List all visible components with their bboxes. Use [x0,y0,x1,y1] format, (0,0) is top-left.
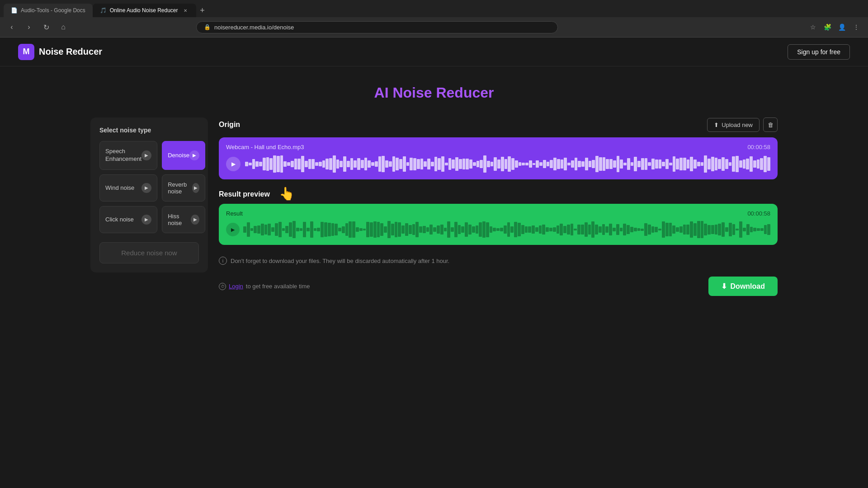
tab-audio-tools[interactable]: 📄 Audio-Tools - Google Docs [4,4,93,17]
lock-icon: 🔒 [204,24,211,30]
bookmark-icon[interactable]: ☆ [807,21,819,33]
tab-title-1: Audio-Tools - Google Docs [21,7,85,14]
audio-filename-row: Webcam - Hall und Echo.mp3 00:00:58 [226,144,770,150]
origin-audio-player: Webcam - Hall und Echo.mp3 00:00:58 ▶ [219,137,778,179]
panel-title: Select noise type [99,127,199,134]
noise-item-speech[interactable]: SpeechEnhancement ▶ [99,141,157,170]
result-section-header: Result preview [219,190,778,198]
login-link[interactable]: Login [229,283,243,290]
origin-section-header: Origin ⬆ Upload new 🗑 [219,117,778,132]
address-bar: ‹ › ↻ ⌂ 🔒 noisereducer.media.io/denoise … [0,17,868,37]
page-content: M Noise Reducer Sign up for free AI Nois… [0,38,868,488]
noise-item-click[interactable]: Click noise ▶ [99,206,157,233]
timer-icon: ⏱ [219,283,226,290]
page-title: AI Noise Reducer [90,84,778,101]
noise-label-wind: Wind noise [105,184,134,191]
result-duration: 00:00:58 [747,210,770,217]
origin-play-button[interactable]: ▶ [226,157,241,171]
noise-arrow-reverb: ▶ [192,183,199,193]
origin-waveform [245,155,770,173]
noise-label-denoise: Denoise [168,152,189,159]
noise-label-speech: SpeechEnhancement [105,148,142,163]
login-text-row: ⏱ Login to get free available time [219,283,310,290]
download-button[interactable]: ⬇ Download [708,277,778,296]
noise-arrow-hiss: ▶ [191,215,199,225]
main-content: AI Noise Reducer Select noise type Speec… [0,66,868,314]
reduce-noise-button[interactable]: Reduce noise now [99,242,199,263]
noise-item-reverb[interactable]: Reverb noise ▶ [162,174,205,202]
toolbar-icons: ☆ 🧩 👤 ⋮ [807,21,863,33]
page-title-part2: Reducer [436,84,494,101]
logo-text: Noise Reducer [39,47,102,57]
profile-icon[interactable]: 👤 [835,21,848,33]
left-panel: Select noise type SpeechEnhancement ▶ De… [90,117,208,272]
tab-close-btn[interactable]: ✕ [182,7,189,14]
reload-btn[interactable]: ↻ [40,21,52,33]
home-btn[interactable]: ⌂ [57,21,70,33]
result-preview-label: Result preview [219,190,270,198]
noise-arrow-denoise: ▶ [189,150,199,160]
tab-favicon-1: 📄 [11,7,17,14]
delete-button[interactable]: 🗑 [763,117,778,132]
upload-actions: ⬆ Upload new 🗑 [707,117,778,132]
origin-label: Origin [219,121,240,129]
noise-arrow-speech: ▶ [142,150,151,160]
noise-item-hiss[interactable]: Hiss noise ▶ [162,206,205,233]
browser-chrome: 📄 Audio-Tools - Google Docs 🎵 Online Aud… [0,0,868,38]
right-panel: Origin ⬆ Upload new 🗑 Webcam - Hall und … [219,117,778,296]
menu-icon[interactable]: ⋮ [850,21,863,33]
tab-title-2: Online Audio Noise Reducer [110,7,178,14]
new-tab-btn[interactable]: + [196,4,209,17]
upload-new-button[interactable]: ⬆ Upload new [707,118,760,132]
content-grid: Select noise type SpeechEnhancement ▶ De… [90,117,778,296]
noise-label-click: Click noise [105,216,134,223]
login-description: to get free available time [246,283,310,290]
logo-icon: M [18,44,34,60]
signup-button[interactable]: Sign up for free [788,44,850,60]
download-icon: ⬇ [721,282,727,291]
upload-icon: ⬆ [714,122,719,128]
result-label: Result [226,210,243,217]
noise-item-denoise[interactable]: Denoise ▶ [162,141,205,170]
result-waveform-row: ▶ [226,221,770,239]
notice-text: Don't forget to download your files. The… [231,258,449,264]
url-text: noisereducer.media.io/denoise [214,24,294,31]
audio-duration: 00:00:58 [747,144,770,150]
result-section: Result preview Result 00:00:58 ▶ [219,190,778,245]
noise-arrow-click: ▶ [142,215,151,225]
upload-new-label: Upload new [722,122,753,128]
notice-bar: i Don't forget to download your files. T… [219,252,778,269]
result-waveform [243,221,770,239]
info-icon: i [219,257,227,265]
noise-arrow-wind: ▶ [142,183,151,193]
tab-noise-reducer[interactable]: 🎵 Online Audio Noise Reducer ✕ [93,4,196,17]
tab-bar: 📄 Audio-Tools - Google Docs 🎵 Online Aud… [0,0,868,17]
noise-label-reverb: Reverb noise [168,181,192,195]
bottom-bar: ⏱ Login to get free available time ⬇ Dow… [219,269,778,296]
noise-item-wind[interactable]: Wind noise ▶ [99,174,157,202]
download-label: Download [731,282,765,291]
logo: M Noise Reducer [18,44,102,60]
noise-types-grid: SpeechEnhancement ▶ Denoise ▶ Wind noise… [99,141,199,233]
page-title-part1: AI Noise [374,84,436,101]
waveform-container: ▶ [226,155,770,173]
tab-favicon-2: 🎵 [100,7,106,14]
site-header: M Noise Reducer Sign up for free [0,38,868,66]
trash-icon: 🗑 [768,122,774,128]
result-top-row: Result 00:00:58 [226,210,770,217]
result-play-button[interactable]: ▶ [226,223,240,236]
extensions-icon[interactable]: 🧩 [821,21,834,33]
url-bar[interactable]: 🔒 noisereducer.media.io/denoise [196,21,558,33]
audio-filename: Webcam - Hall und Echo.mp3 [226,144,304,150]
forward-btn[interactable]: › [23,21,35,33]
result-audio-player: Result 00:00:58 ▶ [219,204,778,245]
back-btn[interactable]: ‹ [5,21,18,33]
noise-label-hiss: Hiss noise [168,213,191,226]
